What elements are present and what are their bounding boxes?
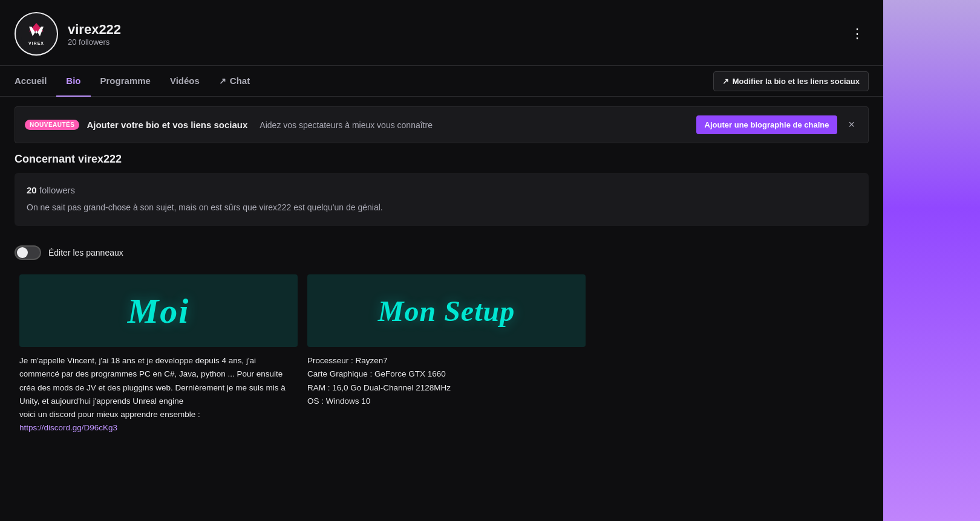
new-badge: NOUVEAUTÉS [25,120,79,130]
external-link-icon: ↗ [219,76,226,86]
modify-bio-button[interactable]: ↗ Modifier la bio et les liens sociaux [713,71,869,91]
nav-right-area: ↗ Modifier la bio et les liens sociaux [713,71,869,91]
toggle-knob [17,247,28,258]
panel-setup-title: Mon Setup [378,294,515,328]
channel-info: VIREX virex222 20 followers [15,12,121,56]
about-card: 20 followers On ne sait pas grand-chose … [15,173,869,226]
panels-grid: Moi Je m'appelle Vincent, j'ai 18 ans et… [0,270,605,455]
follower-count: 20 followers [68,37,121,47]
spec-gpu: Carte Graphique : GeForce GTX 1660 [307,369,446,378]
tabs-list: Accueil Bio Programme Vidéos ↗ Chat [15,66,260,96]
external-link-icon-modify: ↗ [722,77,729,86]
tab-bio[interactable]: Bio [56,66,90,97]
tab-accueil[interactable]: Accueil [15,66,56,97]
svg-text:VIREX: VIREX [28,41,44,45]
avatar-logo: VIREX [21,18,52,50]
channel-text: virex222 20 followers [68,22,121,47]
tab-videos[interactable]: Vidéos [160,66,209,97]
panel-setup-text: Processeur : Rayzen7 Carte Graphique : G… [307,354,586,408]
panel-moi-text: Je m'appelle Vincent, j'ai 18 ans et je … [19,354,298,435]
edit-panels-row: Éditer les panneaux [0,236,883,270]
about-followers-num: 20 [27,185,37,195]
banner-title: Ajouter votre bio et vos liens sociaux [87,120,247,130]
about-followers: 20 followers [27,185,857,195]
channel-header: VIREX virex222 20 followers ⋮ [0,0,883,66]
avatar: VIREX [15,12,58,56]
about-description: On ne sait pas grand-chose à son sujet, … [27,201,857,214]
discord-link[interactable]: https://discord.gg/D96cKg3 [19,423,117,432]
more-options-button[interactable]: ⋮ [846,24,869,44]
edit-panels-label: Éditer les panneaux [48,248,123,257]
panel-moi-image: Moi [19,274,298,347]
about-followers-label: followers [39,185,75,195]
panel-moi: Moi Je m'appelle Vincent, j'ai 18 ans et… [15,270,302,440]
spec-processor: Processeur : Rayzen7 [307,356,388,365]
main-content: VIREX virex222 20 followers ⋮ Accueil Bi… [0,0,883,521]
add-bio-button[interactable]: Ajouter une biographie de chaîne [696,115,838,134]
channel-name: virex222 [68,22,121,37]
notification-banner: NOUVEAUTÉS Ajouter votre bio et vos lien… [15,106,869,143]
about-section: Concernant virex222 20 followers On ne s… [0,153,883,236]
spec-os: OS : Windows 10 [307,396,370,406]
tab-chat[interactable]: ↗ Chat [209,66,260,97]
tab-programme[interactable]: Programme [91,66,160,97]
edit-panels-toggle[interactable] [15,245,41,260]
panel-moi-title: Moi [128,291,190,331]
banner-subtitle: Aidez vos spectateurs à mieux vous conna… [260,120,433,130]
spec-ram: RAM : 16,0 Go Dual-Channel 2128MHz [307,383,451,392]
close-banner-button[interactable]: × [844,117,858,132]
panel-setup: Mon Setup Processeur : Rayzen7 Carte Gra… [302,270,590,440]
panel-setup-image: Mon Setup [307,274,586,347]
right-sidebar [883,0,980,521]
nav-tabs-row: Accueil Bio Programme Vidéos ↗ Chat ↗ Mo… [0,66,883,97]
banner-left: NOUVEAUTÉS Ajouter votre bio et vos lien… [25,120,433,130]
banner-right: Ajouter une biographie de chaîne × [696,115,858,134]
about-title: Concernant virex222 [15,153,869,166]
